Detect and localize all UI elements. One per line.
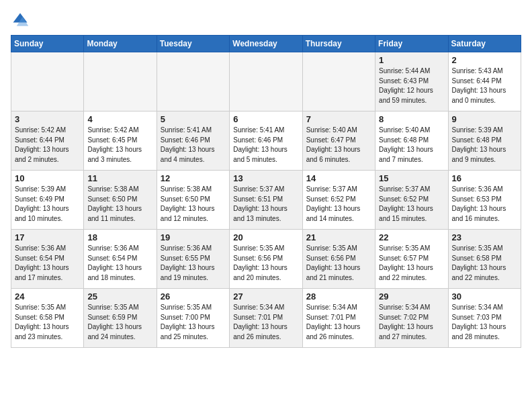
calendar-cell: 20Sunrise: 5:35 AM Sunset: 6:56 PM Dayli… [230, 230, 302, 289]
calendar-cell: 25Sunrise: 5:35 AM Sunset: 6:59 PM Dayli… [84, 289, 157, 348]
calendar-cell: 14Sunrise: 5:37 AM Sunset: 6:52 PM Dayli… [302, 171, 375, 230]
day-number: 8 [379, 114, 444, 124]
day-info: Sunrise: 5:35 AM Sunset: 6:57 PM Dayligh… [379, 244, 444, 283]
calendar-cell [302, 52, 375, 111]
day-info: Sunrise: 5:42 AM Sunset: 6:44 PM Dayligh… [15, 126, 80, 165]
day-number: 9 [452, 114, 517, 124]
calendar-cell: 10Sunrise: 5:39 AM Sunset: 6:49 PM Dayli… [11, 171, 84, 230]
day-number: 17 [15, 232, 80, 242]
calendar-cell: 27Sunrise: 5:34 AM Sunset: 7:01 PM Dayli… [230, 289, 302, 348]
day-number: 4 [87, 114, 152, 124]
logo [11, 11, 32, 30]
day-number: 6 [233, 114, 298, 124]
day-number: 24 [15, 291, 80, 302]
day-info: Sunrise: 5:42 AM Sunset: 6:45 PM Dayligh… [87, 126, 152, 165]
weekday-header-friday: Friday [375, 36, 448, 52]
day-number: 3 [15, 114, 80, 124]
day-number: 25 [87, 291, 152, 302]
day-info: Sunrise: 5:41 AM Sunset: 6:46 PM Dayligh… [161, 126, 226, 165]
day-number: 27 [233, 291, 298, 302]
day-info: Sunrise: 5:36 AM Sunset: 6:54 PM Dayligh… [87, 244, 152, 283]
calendar-cell: 24Sunrise: 5:35 AM Sunset: 6:58 PM Dayli… [11, 289, 84, 348]
calendar-cell: 8Sunrise: 5:40 AM Sunset: 6:48 PM Daylig… [375, 111, 448, 171]
day-number: 22 [379, 232, 444, 242]
weekday-header-thursday: Thursday [302, 36, 375, 52]
day-info: Sunrise: 5:35 AM Sunset: 6:58 PM Dayligh… [452, 244, 517, 283]
day-number: 1 [379, 55, 444, 65]
day-number: 20 [233, 232, 298, 242]
calendar-cell: 17Sunrise: 5:36 AM Sunset: 6:54 PM Dayli… [11, 230, 84, 289]
day-number: 15 [379, 173, 444, 183]
logo-icon [11, 11, 30, 30]
day-number: 14 [306, 173, 371, 183]
calendar-cell: 11Sunrise: 5:38 AM Sunset: 6:50 PM Dayli… [84, 171, 157, 230]
calendar-cell: 6Sunrise: 5:41 AM Sunset: 6:46 PM Daylig… [230, 111, 302, 171]
week-row-2: 3Sunrise: 5:42 AM Sunset: 6:44 PM Daylig… [11, 111, 521, 171]
calendar-cell [84, 52, 157, 111]
day-info: Sunrise: 5:35 AM Sunset: 6:56 PM Dayligh… [233, 244, 298, 283]
day-number: 12 [161, 173, 226, 183]
day-number: 7 [306, 114, 371, 124]
calendar-cell: 3Sunrise: 5:42 AM Sunset: 6:44 PM Daylig… [11, 111, 84, 171]
calendar-cell: 16Sunrise: 5:36 AM Sunset: 6:53 PM Dayli… [448, 171, 521, 230]
day-number: 11 [87, 173, 152, 183]
day-info: Sunrise: 5:39 AM Sunset: 6:49 PM Dayligh… [15, 185, 80, 224]
calendar-cell: 7Sunrise: 5:40 AM Sunset: 6:47 PM Daylig… [302, 111, 375, 171]
day-info: Sunrise: 5:44 AM Sunset: 6:43 PM Dayligh… [379, 66, 444, 105]
calendar-cell: 9Sunrise: 5:39 AM Sunset: 6:48 PM Daylig… [448, 111, 521, 171]
calendar-cell: 2Sunrise: 5:43 AM Sunset: 6:44 PM Daylig… [448, 52, 521, 111]
day-info: Sunrise: 5:37 AM Sunset: 6:52 PM Dayligh… [306, 185, 371, 224]
weekday-header-sunday: Sunday [11, 36, 84, 52]
day-info: Sunrise: 5:38 AM Sunset: 6:50 PM Dayligh… [87, 185, 152, 224]
day-info: Sunrise: 5:34 AM Sunset: 7:02 PM Dayligh… [379, 303, 444, 342]
calendar-cell: 19Sunrise: 5:36 AM Sunset: 6:55 PM Dayli… [157, 230, 229, 289]
calendar-table: SundayMondayTuesdayWednesdayThursdayFrid… [11, 35, 521, 348]
calendar-cell: 5Sunrise: 5:41 AM Sunset: 6:46 PM Daylig… [157, 111, 229, 171]
day-number: 10 [15, 173, 80, 183]
calendar-cell: 13Sunrise: 5:37 AM Sunset: 6:51 PM Dayli… [230, 171, 302, 230]
day-number: 23 [452, 232, 517, 242]
week-row-5: 24Sunrise: 5:35 AM Sunset: 6:58 PM Dayli… [11, 289, 521, 348]
day-info: Sunrise: 5:36 AM Sunset: 6:53 PM Dayligh… [452, 185, 517, 224]
day-info: Sunrise: 5:40 AM Sunset: 6:47 PM Dayligh… [306, 126, 371, 165]
day-info: Sunrise: 5:37 AM Sunset: 6:52 PM Dayligh… [379, 185, 444, 224]
day-info: Sunrise: 5:39 AM Sunset: 6:48 PM Dayligh… [452, 126, 517, 165]
calendar-cell [230, 52, 302, 111]
day-info: Sunrise: 5:35 AM Sunset: 7:00 PM Dayligh… [161, 303, 226, 342]
week-row-4: 17Sunrise: 5:36 AM Sunset: 6:54 PM Dayli… [11, 230, 521, 289]
day-number: 29 [379, 291, 444, 302]
day-info: Sunrise: 5:35 AM Sunset: 6:59 PM Dayligh… [87, 303, 152, 342]
calendar-cell: 30Sunrise: 5:34 AM Sunset: 7:03 PM Dayli… [448, 289, 521, 348]
day-number: 21 [306, 232, 371, 242]
weekday-header-row: SundayMondayTuesdayWednesdayThursdayFrid… [11, 36, 521, 52]
day-number: 16 [452, 173, 517, 183]
week-row-1: 1Sunrise: 5:44 AM Sunset: 6:43 PM Daylig… [11, 52, 521, 111]
day-number: 2 [452, 55, 517, 65]
day-info: Sunrise: 5:35 AM Sunset: 6:58 PM Dayligh… [15, 303, 80, 342]
day-info: Sunrise: 5:35 AM Sunset: 6:56 PM Dayligh… [306, 244, 371, 283]
calendar-cell: 15Sunrise: 5:37 AM Sunset: 6:52 PM Dayli… [375, 171, 448, 230]
calendar-cell: 21Sunrise: 5:35 AM Sunset: 6:56 PM Dayli… [302, 230, 375, 289]
day-info: Sunrise: 5:34 AM Sunset: 7:01 PM Dayligh… [233, 303, 298, 342]
calendar-cell [11, 52, 84, 111]
calendar-cell: 26Sunrise: 5:35 AM Sunset: 7:00 PM Dayli… [157, 289, 229, 348]
day-info: Sunrise: 5:34 AM Sunset: 7:01 PM Dayligh… [306, 303, 371, 342]
day-number: 5 [161, 114, 226, 124]
day-number: 28 [306, 291, 371, 302]
calendar-cell: 1Sunrise: 5:44 AM Sunset: 6:43 PM Daylig… [375, 52, 448, 111]
day-info: Sunrise: 5:40 AM Sunset: 6:48 PM Dayligh… [379, 126, 444, 165]
day-number: 19 [161, 232, 226, 242]
day-info: Sunrise: 5:38 AM Sunset: 6:50 PM Dayligh… [161, 185, 226, 224]
weekday-header-monday: Monday [84, 36, 157, 52]
day-info: Sunrise: 5:36 AM Sunset: 6:54 PM Dayligh… [15, 244, 80, 283]
calendar-cell: 28Sunrise: 5:34 AM Sunset: 7:01 PM Dayli… [302, 289, 375, 348]
day-info: Sunrise: 5:37 AM Sunset: 6:51 PM Dayligh… [233, 185, 298, 224]
calendar-cell: 22Sunrise: 5:35 AM Sunset: 6:57 PM Dayli… [375, 230, 448, 289]
weekday-header-wednesday: Wednesday [230, 36, 302, 52]
day-number: 30 [452, 291, 517, 302]
calendar-cell: 4Sunrise: 5:42 AM Sunset: 6:45 PM Daylig… [84, 111, 157, 171]
day-info: Sunrise: 5:41 AM Sunset: 6:46 PM Dayligh… [233, 126, 298, 165]
page-header [11, 11, 521, 30]
day-number: 18 [87, 232, 152, 242]
day-number: 26 [161, 291, 226, 302]
